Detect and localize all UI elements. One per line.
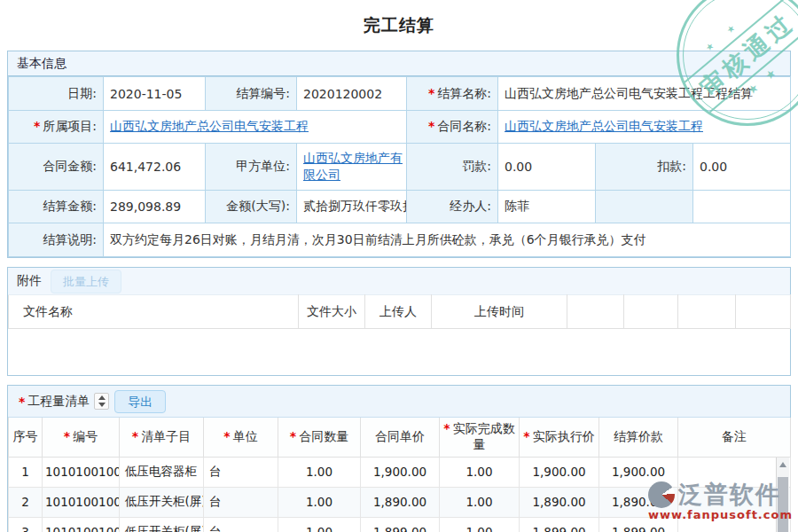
table-row: 2 10101001002 低压开关柜(屏) 台 1.00 1,890.00 1… xyxy=(9,487,791,517)
settlement-note-label: 结算说明: xyxy=(9,223,104,257)
empty-value-cell xyxy=(693,191,791,223)
required-marker: * xyxy=(34,119,40,133)
col-unit: *单位 xyxy=(204,418,278,457)
settlement-amount-label: 结算金额: xyxy=(9,191,104,223)
col-contract-price: 合同单价 xyxy=(361,418,440,457)
empty-label-cell xyxy=(596,191,693,223)
export-button[interactable]: 导出 xyxy=(114,390,166,413)
table-scrollbar[interactable] xyxy=(776,458,789,532)
deduction-label: 扣款: xyxy=(596,144,693,191)
col-empty xyxy=(624,295,678,329)
fine-label: 罚款: xyxy=(407,144,498,191)
settlement-amount-value: 289,098.89 xyxy=(104,191,206,223)
col-empty xyxy=(678,295,736,329)
attachments-empty-body xyxy=(8,329,790,375)
amount-in-words-value: 贰拾捌万玖仟零玖拾 xyxy=(297,191,407,223)
date-value: 2020-11-05 xyxy=(104,77,206,111)
handler-label: 经办人: xyxy=(407,191,498,223)
contract-name-label: *合同名称: xyxy=(407,111,498,144)
boq-header-row: 序号 *编号 *清单子目 *单位 *合同数量 合同单价 *实际完成数量 *实际执… xyxy=(9,418,791,457)
col-file-size: 文件大小 xyxy=(299,295,365,329)
required-marker: * xyxy=(428,119,434,133)
col-file-name: 文件名称 xyxy=(9,295,299,329)
col-actual-price: *实际执行价 xyxy=(520,418,599,457)
sort-down-icon xyxy=(98,403,106,407)
page-title: 完工结算 xyxy=(364,14,434,37)
amount-in-words-label: 金额(大写): xyxy=(206,191,297,223)
scrollbar-thumb[interactable] xyxy=(778,477,788,532)
project-label: *所属项目: xyxy=(9,111,104,144)
date-label: 日期: xyxy=(9,77,104,111)
col-actual-qty: *实际完成数量 xyxy=(440,418,520,457)
required-marker: * xyxy=(132,429,138,443)
basic-info-section: 基本信息 日期: 2020-11-05 结算编号: 2020120002 *结算… xyxy=(7,51,791,258)
settlement-name-label: *结算名称: xyxy=(407,77,498,111)
required-marker: * xyxy=(64,429,70,443)
boq-section-title: 工程量清单 xyxy=(27,394,90,410)
col-remark: 备注 xyxy=(678,418,791,457)
settlement-no-label: 结算编号: xyxy=(206,77,297,111)
party-a-link[interactable]: 山西弘文房地产有限公司 xyxy=(303,151,403,182)
fine-value: 0.00 xyxy=(498,144,596,191)
attachments-section-title: 附件 批量上传 xyxy=(8,268,790,294)
required-marker: * xyxy=(19,395,25,409)
attachments-table: 文件名称 文件大小 上传人 上传时间 xyxy=(8,294,791,329)
col-empty xyxy=(736,295,791,329)
basic-info-table: 日期: 2020-11-05 结算编号: 2020120002 *结算名称: 山… xyxy=(8,76,791,257)
settlement-note-value: 双方约定每月26日对账，月结月清，次月30日前结清上月所供砼款，承兑（6个月银行… xyxy=(104,223,791,257)
required-marker: * xyxy=(428,86,434,100)
settlement-name-value: 山西弘文房地产总公司电气安装工程工程结算 xyxy=(498,77,791,111)
contract-name-value: 山西弘文房地产总公司电气安装工程 xyxy=(498,111,791,144)
settlement-no-value: 2020120002 xyxy=(297,77,407,111)
party-a-label: 甲方单位: xyxy=(206,144,297,191)
scroll-up-arrow-icon[interactable] xyxy=(777,458,789,472)
col-seq: 序号 xyxy=(9,418,43,457)
boq-section: * 工程量清单 导出 序号 *编号 *清单子目 *单位 *合同数量 合同单价 *… xyxy=(7,385,791,532)
table-row: 3 10101001003 低压开关柜(屏) 台 1.00 1,899.00 1… xyxy=(9,517,791,532)
required-marker: * xyxy=(443,421,450,435)
col-empty xyxy=(567,295,624,329)
batch-upload-button[interactable]: 批量上传 xyxy=(51,270,121,293)
deduction-value: 0.00 xyxy=(693,144,791,191)
sort-toggle-icon[interactable] xyxy=(94,393,109,410)
handler-value: 陈菲 xyxy=(498,191,596,223)
page-header: 完工结算 xyxy=(0,0,798,51)
col-settle-amount: 结算价款 xyxy=(599,418,678,457)
contract-amount-value: 641,472.06 xyxy=(104,144,206,191)
col-code: *编号 xyxy=(43,418,120,457)
col-uploader: 上传人 xyxy=(365,295,432,329)
col-contract-qty: *合同数量 xyxy=(278,418,361,457)
table-row: 1 10101001001 低压电容器柜 台 1.00 1,900.00 1.0… xyxy=(9,457,791,487)
party-a-value: 山西弘文房地产有限公司 xyxy=(297,144,407,191)
required-marker: * xyxy=(223,429,230,443)
contract-amount-label: 合同金额: xyxy=(9,144,104,191)
required-marker: * xyxy=(523,429,529,443)
project-value: 山西弘文房地产总公司电气安装工程 xyxy=(104,111,407,144)
project-link[interactable]: 山西弘文房地产总公司电气安装工程 xyxy=(110,119,309,133)
contract-link[interactable]: 山西弘文房地产总公司电气安装工程 xyxy=(505,119,703,133)
col-item: *清单子目 xyxy=(120,418,204,457)
attachments-section: 附件 批量上传 文件名称 文件大小 上传人 上传时间 xyxy=(7,267,791,376)
boq-section-header: * 工程量清单 导出 xyxy=(8,386,790,418)
sort-up-icon xyxy=(98,395,106,400)
basic-info-section-title: 基本信息 xyxy=(8,51,790,76)
required-marker: * xyxy=(290,429,296,443)
boq-table: 序号 *编号 *清单子目 *单位 *合同数量 合同单价 *实际完成数量 *实际执… xyxy=(8,418,791,532)
col-upload-time: 上传时间 xyxy=(432,295,567,329)
